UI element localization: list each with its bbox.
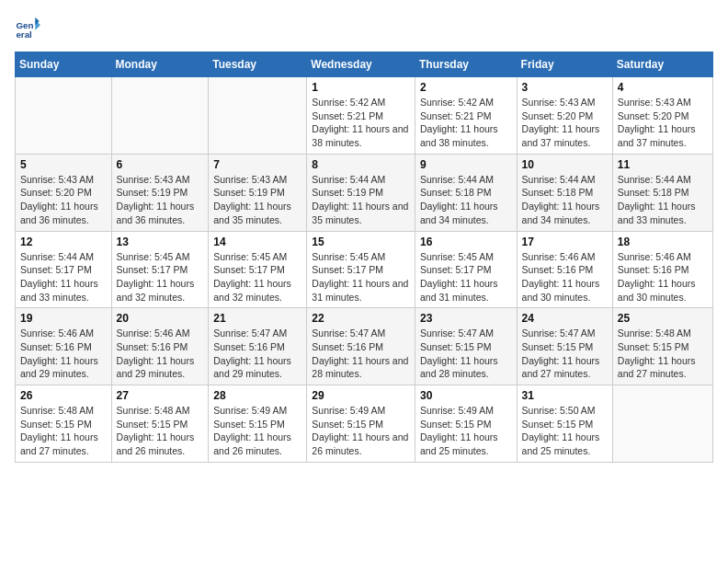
calendar-cell: 11Sunrise: 5:44 AMSunset: 5:18 PMDayligh… (612, 154, 712, 231)
calendar-cell: 31Sunrise: 5:50 AMSunset: 5:15 PMDayligh… (517, 385, 612, 463)
weekday-header: Tuesday (209, 52, 307, 77)
day-number: 28 (213, 389, 301, 402)
day-number: 21 (213, 312, 301, 325)
svg-text:eral: eral (16, 29, 32, 40)
calendar-cell (612, 385, 712, 463)
weekday-header: Sunday (16, 52, 112, 77)
day-number: 5 (20, 158, 107, 171)
day-number: 3 (522, 81, 608, 94)
day-number: 27 (117, 389, 204, 402)
day-number: 13 (117, 236, 204, 248)
day-info: Sunrise: 5:43 AMSunset: 5:20 PMDaylight:… (522, 96, 608, 150)
calendar-cell: 14Sunrise: 5:45 AMSunset: 5:17 PMDayligh… (209, 231, 307, 308)
calendar-cell: 12Sunrise: 5:44 AMSunset: 5:17 PMDayligh… (16, 231, 112, 308)
calendar-cell: 30Sunrise: 5:49 AMSunset: 5:15 PMDayligh… (415, 385, 517, 463)
calendar-week-row: 5Sunrise: 5:43 AMSunset: 5:20 PMDaylight… (16, 154, 713, 231)
day-info: Sunrise: 5:49 AMSunset: 5:15 PMDaylight:… (213, 404, 301, 458)
day-info: Sunrise: 5:45 AMSunset: 5:17 PMDaylight:… (420, 250, 512, 304)
calendar-week-row: 12Sunrise: 5:44 AMSunset: 5:17 PMDayligh… (16, 231, 713, 308)
calendar-cell: 9Sunrise: 5:44 AMSunset: 5:18 PMDaylight… (415, 154, 517, 231)
calendar-cell: 26Sunrise: 5:48 AMSunset: 5:15 PMDayligh… (16, 385, 112, 463)
day-info: Sunrise: 5:44 AMSunset: 5:18 PMDaylight:… (420, 173, 512, 227)
calendar-cell: 27Sunrise: 5:48 AMSunset: 5:15 PMDayligh… (111, 385, 209, 463)
day-number: 8 (312, 158, 410, 171)
calendar-cell (16, 77, 112, 155)
day-info: Sunrise: 5:45 AMSunset: 5:17 PMDaylight:… (117, 250, 204, 304)
day-info: Sunrise: 5:46 AMSunset: 5:16 PMDaylight:… (618, 250, 708, 304)
calendar-week-row: 26Sunrise: 5:48 AMSunset: 5:15 PMDayligh… (16, 385, 713, 463)
day-info: Sunrise: 5:47 AMSunset: 5:16 PMDaylight:… (213, 327, 301, 381)
day-info: Sunrise: 5:44 AMSunset: 5:17 PMDaylight:… (20, 250, 107, 304)
calendar-cell: 13Sunrise: 5:45 AMSunset: 5:17 PMDayligh… (111, 231, 209, 308)
calendar-cell: 21Sunrise: 5:47 AMSunset: 5:16 PMDayligh… (209, 308, 307, 385)
day-number: 16 (420, 236, 512, 248)
day-number: 7 (213, 158, 301, 171)
day-info: Sunrise: 5:49 AMSunset: 5:15 PMDaylight:… (312, 404, 410, 458)
calendar-cell: 25Sunrise: 5:48 AMSunset: 5:15 PMDayligh… (612, 308, 712, 385)
weekday-header: Thursday (415, 52, 517, 77)
day-info: Sunrise: 5:48 AMSunset: 5:15 PMDaylight:… (20, 404, 107, 458)
calendar-cell: 2Sunrise: 5:42 AMSunset: 5:21 PMDaylight… (415, 77, 517, 155)
day-info: Sunrise: 5:44 AMSunset: 5:18 PMDaylight:… (522, 173, 608, 227)
day-info: Sunrise: 5:42 AMSunset: 5:21 PMDaylight:… (420, 96, 512, 150)
day-number: 12 (20, 236, 107, 248)
day-info: Sunrise: 5:44 AMSunset: 5:18 PMDaylight:… (618, 173, 708, 227)
day-number: 25 (618, 312, 708, 325)
day-number: 29 (312, 389, 410, 402)
calendar-cell: 6Sunrise: 5:43 AMSunset: 5:19 PMDaylight… (111, 154, 209, 231)
day-info: Sunrise: 5:46 AMSunset: 5:16 PMDaylight:… (20, 327, 107, 381)
day-info: Sunrise: 5:45 AMSunset: 5:17 PMDaylight:… (312, 250, 410, 304)
day-info: Sunrise: 5:47 AMSunset: 5:16 PMDaylight:… (312, 327, 410, 381)
day-info: Sunrise: 5:48 AMSunset: 5:15 PMDaylight:… (618, 327, 708, 381)
day-number: 10 (522, 158, 608, 171)
calendar-cell: 29Sunrise: 5:49 AMSunset: 5:15 PMDayligh… (307, 385, 415, 463)
day-info: Sunrise: 5:50 AMSunset: 5:15 PMDaylight:… (522, 404, 608, 458)
day-number: 23 (420, 312, 512, 325)
day-number: 22 (312, 312, 410, 325)
calendar-cell: 1Sunrise: 5:42 AMSunset: 5:21 PMDaylight… (307, 77, 415, 155)
calendar-cell: 16Sunrise: 5:45 AMSunset: 5:17 PMDayligh… (415, 231, 517, 308)
day-info: Sunrise: 5:43 AMSunset: 5:19 PMDaylight:… (117, 173, 204, 227)
calendar-cell: 10Sunrise: 5:44 AMSunset: 5:18 PMDayligh… (517, 154, 612, 231)
calendar-cell: 4Sunrise: 5:43 AMSunset: 5:20 PMDaylight… (612, 77, 712, 155)
day-info: Sunrise: 5:43 AMSunset: 5:20 PMDaylight:… (20, 173, 107, 227)
calendar-cell: 28Sunrise: 5:49 AMSunset: 5:15 PMDayligh… (209, 385, 307, 463)
calendar-cell: 7Sunrise: 5:43 AMSunset: 5:19 PMDaylight… (209, 154, 307, 231)
day-info: Sunrise: 5:45 AMSunset: 5:17 PMDaylight:… (213, 250, 301, 304)
day-number: 9 (420, 158, 512, 171)
calendar-cell: 19Sunrise: 5:46 AMSunset: 5:16 PMDayligh… (16, 308, 112, 385)
day-number: 26 (20, 389, 107, 402)
day-number: 30 (420, 389, 512, 402)
day-info: Sunrise: 5:43 AMSunset: 5:20 PMDaylight:… (618, 96, 708, 150)
weekday-header: Wednesday (307, 52, 415, 77)
weekday-header: Saturday (612, 52, 712, 77)
calendar-table: SundayMondayTuesdayWednesdayThursdayFrid… (15, 52, 713, 463)
calendar-cell: 5Sunrise: 5:43 AMSunset: 5:20 PMDaylight… (16, 154, 112, 231)
page-header: Gen eral (15, 15, 713, 40)
weekday-header-row: SundayMondayTuesdayWednesdayThursdayFrid… (16, 52, 713, 77)
day-number: 14 (213, 236, 301, 248)
logo-icon: Gen eral (15, 15, 40, 40)
day-number: 15 (312, 236, 410, 248)
day-number: 17 (522, 236, 608, 248)
day-info: Sunrise: 5:47 AMSunset: 5:15 PMDaylight:… (522, 327, 608, 381)
day-number: 18 (618, 236, 708, 248)
day-info: Sunrise: 5:47 AMSunset: 5:15 PMDaylight:… (420, 327, 512, 381)
day-info: Sunrise: 5:43 AMSunset: 5:19 PMDaylight:… (213, 173, 301, 227)
calendar-week-row: 1Sunrise: 5:42 AMSunset: 5:21 PMDaylight… (16, 77, 713, 155)
day-number: 20 (117, 312, 204, 325)
calendar-cell: 24Sunrise: 5:47 AMSunset: 5:15 PMDayligh… (517, 308, 612, 385)
calendar-cell (111, 77, 209, 155)
day-number: 1 (312, 81, 410, 94)
day-info: Sunrise: 5:42 AMSunset: 5:21 PMDaylight:… (312, 96, 410, 150)
day-number: 6 (117, 158, 204, 171)
calendar-week-row: 19Sunrise: 5:46 AMSunset: 5:16 PMDayligh… (16, 308, 713, 385)
day-info: Sunrise: 5:46 AMSunset: 5:16 PMDaylight:… (117, 327, 204, 381)
calendar-cell: 8Sunrise: 5:44 AMSunset: 5:19 PMDaylight… (307, 154, 415, 231)
day-info: Sunrise: 5:48 AMSunset: 5:15 PMDaylight:… (117, 404, 204, 458)
day-number: 4 (618, 81, 708, 94)
calendar-cell: 23Sunrise: 5:47 AMSunset: 5:15 PMDayligh… (415, 308, 517, 385)
day-info: Sunrise: 5:44 AMSunset: 5:19 PMDaylight:… (312, 173, 410, 227)
calendar-cell: 18Sunrise: 5:46 AMSunset: 5:16 PMDayligh… (612, 231, 712, 308)
day-number: 31 (522, 389, 608, 402)
